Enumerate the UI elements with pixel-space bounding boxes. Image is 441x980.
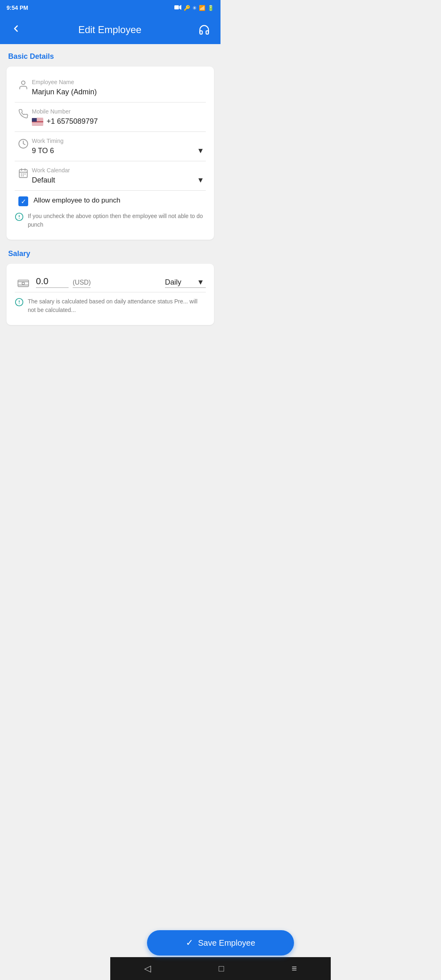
phone-icon — [15, 109, 32, 119]
back-button[interactable] — [7, 22, 24, 38]
salary-amount-group[interactable]: 0.0 (USD) — [36, 276, 161, 288]
info-icon — [15, 212, 24, 223]
basic-details-label: Basic Details — [7, 52, 214, 61]
salary-period: Daily — [165, 278, 181, 287]
main-content: Basic Details Employee Name Marjun Kay (… — [0, 44, 220, 343]
video-icon — [174, 4, 182, 11]
allow-punch-checkbox-wrapper[interactable]: ✓ — [15, 196, 32, 206]
clock-icon — [15, 138, 32, 149]
work-calendar-row: Work Calendar Default ▼ — [15, 161, 206, 191]
salary-info-icon — [15, 298, 24, 309]
salary-card: 0.0 (USD) Daily ▼ The salary is calculat… — [7, 264, 214, 325]
employee-name-value: Marjun Kay (Admin) — [32, 88, 206, 96]
employee-name-label: Employee Name — [32, 79, 206, 85]
employee-name-field[interactable]: Employee Name Marjun Kay (Admin) — [32, 79, 206, 96]
salary-info-row: The salary is calculated based on daily … — [15, 292, 206, 318]
punch-info-row: If you uncheck the above option then the… — [15, 209, 206, 233]
mobile-number-row: Mobile Number +1 6575089797 — [15, 102, 206, 132]
work-calendar-dropdown-arrow: ▼ — [197, 176, 204, 185]
salary-period-dropdown-arrow: ▼ — [197, 278, 204, 287]
status-time: 9:54 PM — [7, 4, 28, 11]
svg-point-17 — [22, 282, 24, 285]
signal-icon: 📶 — [199, 5, 205, 11]
calendar-icon — [15, 168, 32, 178]
salary-icon — [15, 279, 32, 288]
work-timing-row: Work Timing 9 TO 6 ▼ — [15, 132, 206, 161]
bluetooth-icon: ✳ — [192, 5, 197, 11]
salary-field-row: 0.0 (USD) Daily ▼ — [15, 270, 206, 292]
work-calendar-value: Default — [32, 176, 55, 185]
svg-marker-1 — [179, 5, 181, 10]
salary-currency: (USD) — [73, 279, 91, 288]
work-calendar-label: Work Calendar — [32, 167, 206, 174]
salary-period-group[interactable]: Daily ▼ — [165, 278, 206, 288]
allow-punch-label: Allow employee to do punch — [33, 196, 206, 205]
us-flag — [32, 118, 43, 125]
mobile-number-field[interactable]: Mobile Number +1 6575089797 — [32, 108, 206, 126]
punch-info-text: If you uncheck the above option then the… — [28, 212, 206, 229]
salary-amount: 0.0 — [36, 276, 69, 288]
salary-label: Salary — [7, 249, 214, 258]
headset-button[interactable] — [195, 21, 213, 39]
work-timing-field[interactable]: Work Timing 9 TO 6 ▼ — [32, 138, 206, 155]
work-timing-value-row: 9 TO 6 ▼ — [32, 147, 206, 155]
svg-rect-0 — [174, 5, 179, 9]
basic-details-card: Employee Name Marjun Kay (Admin) Mobile … — [7, 67, 214, 240]
work-timing-dropdown-arrow: ▼ — [197, 147, 204, 155]
page-title: Edit Employee — [78, 24, 142, 36]
allow-punch-checkbox[interactable]: ✓ — [18, 196, 28, 206]
mobile-number-value: +1 6575089797 — [47, 117, 98, 126]
work-timing-value: 9 TO 6 — [32, 147, 54, 155]
allow-punch-row: ✓ Allow employee to do punch — [15, 191, 206, 209]
key-icon: 🔑 — [184, 5, 190, 11]
employee-name-row: Employee Name Marjun Kay (Admin) — [15, 73, 206, 102]
salary-info-text: The salary is calculated based on daily … — [28, 297, 206, 314]
work-calendar-value-row: Default ▼ — [32, 176, 206, 185]
status-icons: 🔑 ✳ 📶 🔋 — [174, 4, 214, 11]
status-bar: 9:54 PM 🔑 ✳ 📶 🔋 — [0, 0, 220, 16]
svg-point-2 — [22, 81, 25, 85]
app-bar: Edit Employee — [0, 16, 220, 44]
work-calendar-field[interactable]: Work Calendar Default ▼ — [32, 167, 206, 185]
phone-value-row: +1 6575089797 — [32, 117, 206, 126]
work-timing-label: Work Timing — [32, 138, 206, 144]
battery-icon: 🔋 — [207, 5, 214, 11]
person-icon — [15, 80, 32, 90]
svg-rect-16 — [18, 280, 29, 287]
mobile-number-label: Mobile Number — [32, 108, 206, 115]
